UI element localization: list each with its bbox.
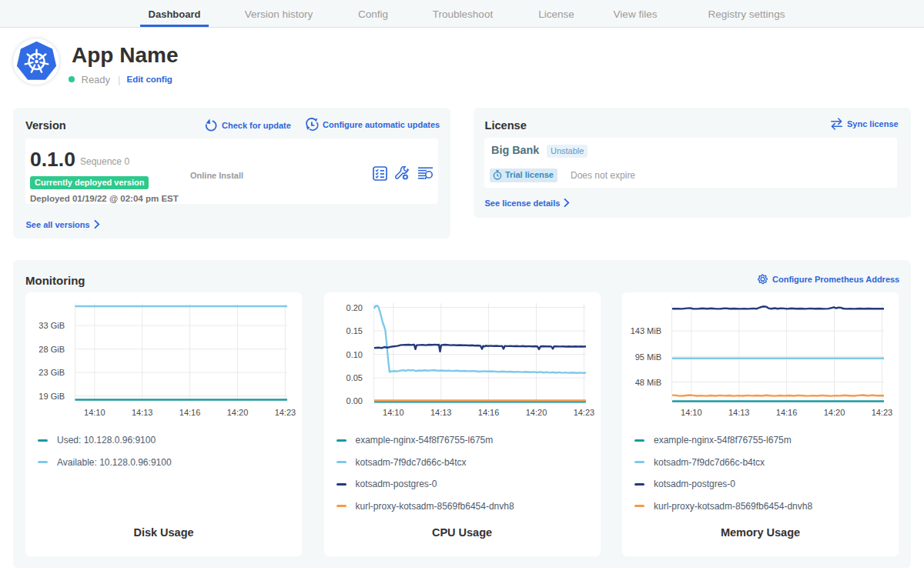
svg-text:14:23: 14:23 <box>872 408 893 417</box>
svg-text:0.05: 0.05 <box>346 373 362 382</box>
svg-text:14:13: 14:13 <box>728 408 750 417</box>
svg-text:28 GiB: 28 GiB <box>38 345 65 354</box>
svg-text:14:13: 14:13 <box>430 408 451 417</box>
svg-text:143 MiB: 143 MiB <box>631 326 661 335</box>
svg-text:14:10: 14:10 <box>383 408 404 417</box>
svg-text:14:20: 14:20 <box>824 408 845 417</box>
svg-text:14:10: 14:10 <box>84 408 105 417</box>
svg-text:95 MiB: 95 MiB <box>635 352 661 362</box>
svg-text:14:20: 14:20 <box>525 408 547 417</box>
svg-text:14:10: 14:10 <box>681 408 702 417</box>
svg-text:48 MiB: 48 MiB <box>635 378 661 387</box>
svg-text:0.15: 0.15 <box>346 326 362 335</box>
svg-text:14:16: 14:16 <box>477 408 499 417</box>
svg-text:19 GiB: 19 GiB <box>38 392 65 401</box>
svg-text:33 GiB: 33 GiB <box>38 321 65 330</box>
svg-text:14:20: 14:20 <box>227 408 249 417</box>
svg-text:14:13: 14:13 <box>132 408 153 417</box>
svg-text:0.10: 0.10 <box>346 350 362 359</box>
svg-text:23 GiB: 23 GiB <box>38 368 65 377</box>
svg-text:14:23: 14:23 <box>573 408 594 417</box>
svg-text:14:16: 14:16 <box>179 408 201 417</box>
svg-text:0.20: 0.20 <box>346 303 362 312</box>
svg-text:14:16: 14:16 <box>776 408 798 417</box>
svg-text:14:23: 14:23 <box>275 408 296 417</box>
svg-text:0.00: 0.00 <box>346 396 362 405</box>
